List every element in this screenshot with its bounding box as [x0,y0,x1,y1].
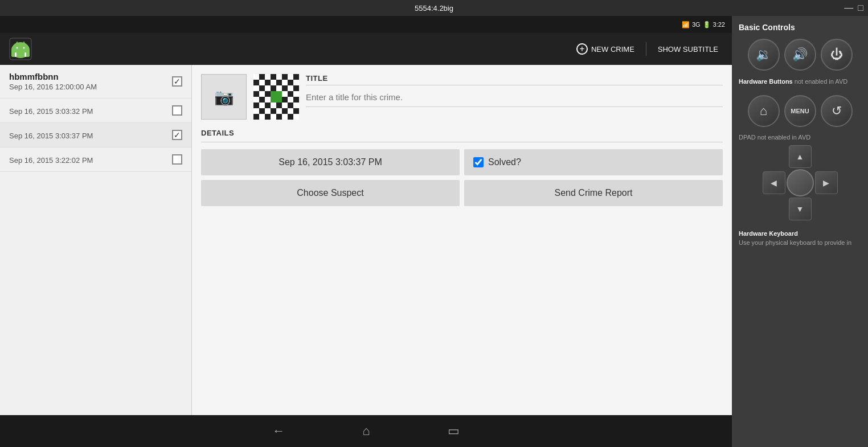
dpad-top-row: ⌂ MENU ↺ [739,95,861,127]
list-item[interactable]: Sep 16, 2015 3:03:37 PM ✓ [0,123,191,147]
status-icons: 📶 3G 🔋 3:22 [682,21,725,28]
show-subtitle-button[interactable]: SHOW SUBTITLE [653,42,723,57]
dpad-down-button[interactable]: ▼ [789,198,812,220]
solved-row: Solved? [464,149,723,175]
crime-list: hbmmfbbnn Sep 16, 2016 12:00:00 AM ✓ Sep… [0,65,192,415]
crime-item-checkbox[interactable] [172,105,182,116]
crime-item-title: hbmmfbbnn [9,72,172,81]
checkmark-icon: ✓ [174,130,181,140]
solved-checkbox[interactable] [473,157,484,167]
signal-label: 3G [692,21,701,28]
keyboard-description: Use your physical keyboard to provide in [739,239,851,246]
new-crime-button[interactable]: + NEW CRIME [572,40,639,58]
time-label: 3:22 [713,21,725,28]
svg-rect-2 [15,52,17,57]
hw-buttons-label: Hardware Buttons [739,78,793,85]
main-container: 📶 3G 🔋 3:22 + [0,16,868,447]
crime-item-date: Sep 16, 2015 3:03:37 PM [9,132,172,140]
crime-photo[interactable] [253,74,299,120]
crime-item-info: Sep 16, 2015 3:22:02 PM [9,155,172,165]
app-logo [9,38,32,60]
title-divider [306,85,723,85]
crime-item-info: hbmmfbbnn Sep 16, 2016 12:00:00 AM [9,72,172,91]
title-input[interactable] [306,90,723,104]
content-area: hbmmfbbnn Sep 16, 2016 12:00:00 AM ✓ Sep… [0,65,732,415]
home-nav-button[interactable]: ⌂ [358,419,374,443]
recents-nav-button[interactable]: ▭ [443,419,464,443]
details-label: DETAILS [201,129,723,137]
appbar-divider [646,42,646,56]
crime-item-checkbox[interactable] [172,154,182,165]
solved-label: Solved? [488,157,521,167]
dpad-right-button[interactable]: ▶ [815,171,838,194]
back-nav-button[interactable]: ← [268,419,289,443]
title-label: TITLE [306,74,723,83]
detail-inner: 📷 TITLE DETAILS [192,65,732,215]
svg-rect-1 [11,49,30,57]
crime-item-checkbox[interactable]: ✓ [172,130,182,140]
show-subtitle-label: SHOW SUBTITLE [658,45,718,54]
checkmark-icon: ✓ [174,77,181,86]
plus-icon: + [576,43,588,55]
title-input-divider [306,106,723,107]
list-item[interactable]: hbmmfbbnn Sep 16, 2016 12:00:00 AM ✓ [0,65,191,99]
keyboard-label: Hardware Keyboard [739,230,798,237]
signal-icon: 📶 [682,21,690,28]
crime-detail: 📷 TITLE DETAILS [192,65,732,415]
controls-title: Basic Controls [739,23,861,32]
date-solved-row: Sep 16, 2015 3:03:37 PM Solved? [201,149,723,175]
minimize-button[interactable]: — [844,3,853,13]
back-hw-button[interactable]: ↺ [821,95,853,127]
dpad-up-button[interactable]: ▲ [789,145,812,168]
hw-button-row: 🔉 🔊 ⏻ [739,39,861,71]
details-divider [201,142,723,142]
controls-panel: Basic Controls 🔉 🔊 ⏻ Hardware Buttons no… [732,16,868,447]
android-area: 📶 3G 🔋 3:22 + [0,16,732,447]
svg-rect-3 [24,52,26,57]
dpad-note: DPAD not enabled in AVD [739,134,861,141]
crime-item-checkbox[interactable]: ✓ [172,76,182,87]
date-button[interactable]: Sep 16, 2015 3:03:37 PM [201,149,460,175]
crime-item-date: Sep 16, 2015 3:22:02 PM [9,156,172,165]
photo-row: 📷 TITLE [201,74,723,120]
list-item[interactable]: Sep 16, 2015 3:03:32 PM [0,99,191,123]
dpad-center-button[interactable] [787,169,814,196]
crime-item-info: Sep 16, 2015 3:03:32 PM [9,106,172,116]
status-bar: 📶 3G 🔋 3:22 [0,16,732,33]
battery-icon: 🔋 [703,21,711,28]
send-crime-report-button[interactable]: Send Crime Report [464,180,723,206]
dpad-left-button[interactable]: ◀ [763,171,785,194]
volume-up-button[interactable]: 🔊 [784,39,816,71]
crime-item-date: Sep 16, 2016 12:00:00 AM [9,83,172,91]
svg-point-5 [23,47,25,49]
new-crime-label: NEW CRIME [591,45,634,54]
power-button[interactable]: ⏻ [821,39,853,71]
camera-icon: 📷 [214,88,234,106]
maximize-button[interactable]: □ [858,3,863,13]
app-bar: + NEW CRIME SHOW SUBTITLE [0,33,732,65]
home-hw-button[interactable]: ⌂ [748,95,780,127]
menu-hw-button[interactable]: MENU [784,95,816,127]
choose-suspect-button[interactable]: Choose Suspect [201,180,460,206]
svg-point-4 [17,47,18,49]
dpad-container: ▲ ◀ ▶ ▼ [739,145,861,220]
window-titlebar: 5554:4.2big — □ [0,0,868,16]
photo-placeholder[interactable]: 📷 [201,74,247,120]
volume-down-button[interactable]: 🔉 [748,39,780,71]
action-row: Choose Suspect Send Crime Report [201,180,723,206]
crime-item-date: Sep 16, 2015 3:03:32 PM [9,107,172,116]
keyboard-note: Hardware Keyboard Use your physical keyb… [739,229,861,247]
nav-bar: ← ⌂ ▭ [0,415,732,447]
window-title: 5554:4.2big [415,4,453,13]
crime-item-info: Sep 16, 2015 3:03:37 PM [9,130,172,140]
list-item[interactable]: Sep 16, 2015 3:22:02 PM [0,147,191,172]
window-controls: — □ [844,3,863,13]
title-section: TITLE [306,74,723,107]
hw-buttons-note: Hardware Buttons not enabled in AVD [739,77,861,86]
